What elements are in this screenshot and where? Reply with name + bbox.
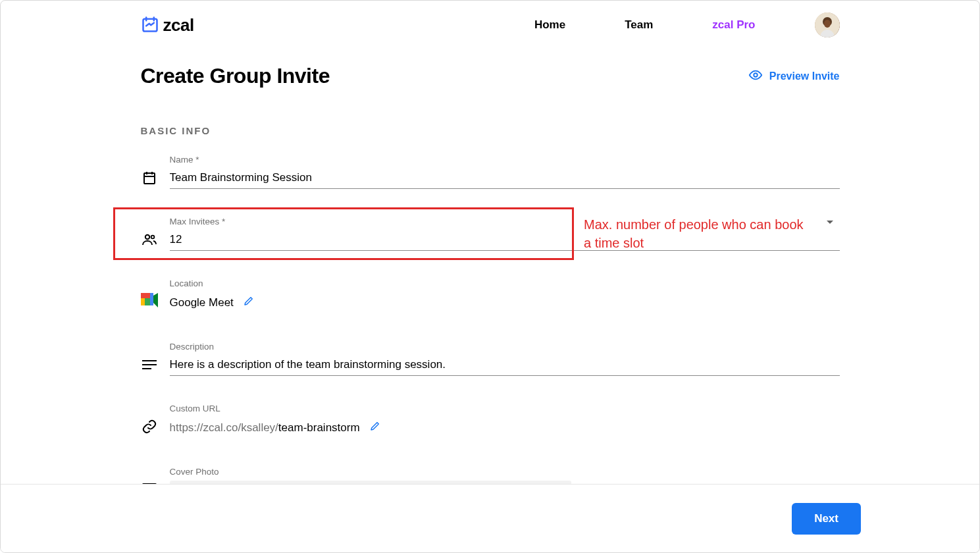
preview-invite-link[interactable]: Preview Invite (748, 68, 840, 85)
field-location: Location Google Meet (170, 278, 840, 314)
logo-text: zcal (163, 15, 194, 36)
eye-icon (748, 68, 763, 85)
edit-location-button[interactable] (243, 295, 255, 310)
svg-point-6 (145, 235, 149, 239)
cover-photo-label: Cover Photo (170, 467, 840, 477)
svg-rect-9 (141, 293, 150, 298)
svg-marker-12 (153, 293, 158, 307)
section-basic-info: BASIC INFO (141, 125, 840, 136)
annotation-text: Max. number of people who can book a tim… (584, 215, 814, 252)
field-cover-photo: Cover Photo (170, 467, 840, 484)
svg-point-3 (824, 20, 831, 28)
url-prefix: https://zcal.co/ksalley/ (170, 421, 278, 434)
url-display: https://zcal.co/ksalley/team-brainstorm (170, 421, 360, 434)
custom-url-label: Custom URL (170, 404, 840, 413)
edit-url-button[interactable] (369, 420, 381, 435)
svg-rect-11 (150, 293, 153, 305)
people-icon (141, 231, 158, 248)
footer-bar: Next (1, 484, 979, 552)
field-custom-url: Custom URL https://zcal.co/ksalley/team-… (170, 404, 840, 439)
header: zcal Home Team zcal Pro (141, 1, 840, 64)
url-slug: team-brainstorm (278, 421, 360, 434)
custom-url-value-row: https://zcal.co/ksalley/team-brainstorm (170, 417, 840, 439)
google-meet-icon (141, 292, 158, 309)
name-input[interactable] (170, 169, 840, 189)
row-name: Name * (141, 155, 840, 189)
calendar-icon (141, 169, 158, 186)
name-label: Name * (170, 155, 840, 165)
location-value-row: Google Meet (170, 292, 840, 314)
pencil-icon (243, 295, 255, 307)
row-cover-photo: Cover Photo (141, 467, 840, 484)
page-title: Create Group Invite (141, 64, 330, 88)
nav-team[interactable]: Team (625, 18, 653, 32)
row-description: Description (141, 342, 840, 376)
next-button[interactable]: Next (792, 503, 861, 535)
chevron-down-icon (827, 221, 833, 224)
svg-rect-10 (145, 298, 150, 305)
logo-icon (141, 15, 159, 36)
link-icon (141, 418, 158, 435)
svg-rect-5 (144, 173, 155, 184)
svg-point-7 (151, 236, 154, 239)
row-location: Location Google Meet (141, 278, 840, 314)
scroll-area[interactable]: zcal Home Team zcal Pro (1, 1, 979, 484)
location-value: Google Meet (170, 296, 234, 309)
field-name: Name * (170, 155, 840, 189)
preview-invite-label: Preview Invite (769, 70, 840, 82)
svg-point-4 (754, 73, 758, 77)
notes-icon (141, 356, 158, 373)
avatar[interactable] (815, 13, 840, 38)
row-custom-url: Custom URL https://zcal.co/ksalley/team-… (141, 404, 840, 439)
title-row: Create Group Invite Preview Invite (141, 64, 840, 88)
app-frame: zcal Home Team zcal Pro (0, 0, 980, 553)
nav: Home Team zcal Pro (534, 13, 840, 38)
location-label: Location (170, 278, 840, 288)
description-input[interactable] (170, 356, 840, 376)
field-description: Description (170, 342, 840, 376)
nav-home[interactable]: Home (534, 18, 565, 32)
pencil-icon (369, 420, 381, 432)
description-label: Description (170, 342, 840, 352)
logo[interactable]: zcal (141, 15, 194, 36)
nav-pro[interactable]: zcal Pro (712, 18, 755, 32)
